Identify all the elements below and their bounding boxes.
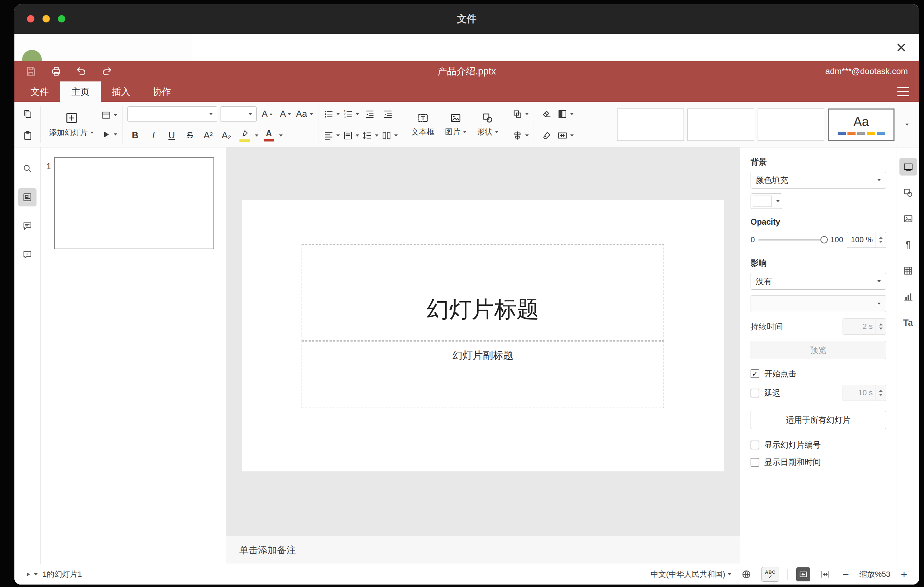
bold-button[interactable]: B <box>127 127 143 144</box>
italic-button[interactable]: I <box>146 127 161 144</box>
redo-button[interactable] <box>99 64 114 79</box>
theme-option-3[interactable] <box>757 109 824 141</box>
menu-button[interactable] <box>897 81 909 102</box>
save-button[interactable] <box>23 64 38 79</box>
paragraph-settings-button[interactable]: ¶ <box>899 236 917 254</box>
bullet-list-button[interactable] <box>323 106 340 123</box>
language-selector[interactable]: 中文(中华人民共和国) <box>650 569 731 580</box>
tab-collaboration[interactable]: 协作 <box>142 81 182 102</box>
apply-to-all-button[interactable]: 适用于所有幻灯片 <box>751 411 886 429</box>
delay-checkbox[interactable] <box>751 389 759 397</box>
copy-button[interactable] <box>20 106 35 123</box>
theme-option-1[interactable] <box>617 109 684 141</box>
decrease-font-button[interactable]: A <box>278 106 293 123</box>
fit-width-button[interactable] <box>819 568 832 581</box>
chart-settings-button[interactable] <box>899 288 917 305</box>
highlight-color-button[interactable] <box>237 127 258 144</box>
slide-thumbnail[interactable] <box>54 157 214 249</box>
align-objects-button[interactable] <box>512 127 529 144</box>
feedback-button[interactable] <box>18 246 36 264</box>
title-placeholder[interactable]: 幻灯片标题 <box>302 244 664 341</box>
language-label: 中文(中华人民共和国) <box>650 569 725 580</box>
opacity-spinbox[interactable]: 100 % <box>847 232 886 248</box>
preview-button[interactable]: 预览 <box>751 341 886 359</box>
image-icon <box>450 112 462 124</box>
paste-button[interactable] <box>20 127 35 144</box>
notes-area[interactable]: 单击添加备注 <box>226 536 740 564</box>
traffic-light-close[interactable] <box>27 15 35 23</box>
subscript-button[interactable]: A₂ <box>219 127 234 144</box>
clear-style-button[interactable] <box>539 106 554 123</box>
slide-settings-button[interactable] <box>899 158 917 176</box>
theme-option-selected[interactable]: Aa <box>828 109 894 141</box>
slide-size-button[interactable] <box>557 127 574 144</box>
traffic-light-zoom[interactable] <box>58 15 65 23</box>
traffic-light-minimize[interactable] <box>43 15 50 23</box>
font-name-combo[interactable] <box>127 106 217 122</box>
slides-group: 添加幻灯片 <box>46 104 117 145</box>
horizontal-align-button[interactable] <box>323 127 340 144</box>
arrange-objects-button[interactable] <box>512 106 529 123</box>
slide-layout-button[interactable] <box>101 106 117 124</box>
tab-insert[interactable]: 插入 <box>101 81 142 102</box>
start-on-click-checkbox[interactable]: ✓ <box>751 369 759 378</box>
shape-settings-button[interactable] <box>899 184 917 201</box>
document-language-button[interactable] <box>740 568 753 581</box>
copy-style-button[interactable] <box>539 127 554 144</box>
insert-image-button[interactable]: 图片 <box>442 105 470 145</box>
font-color-button[interactable]: A <box>261 127 282 144</box>
duration-spinbox[interactable]: 2 s <box>843 318 886 335</box>
search-button[interactable] <box>18 159 36 178</box>
theme-gallery-expand-button[interactable] <box>898 109 914 141</box>
delay-spinbox[interactable]: 10 s <box>843 385 886 401</box>
opacity-spin-arrows[interactable] <box>876 232 886 247</box>
superscript-button[interactable]: A² <box>200 127 216 144</box>
add-slide-button[interactable]: 添加幻灯片 <box>46 105 97 145</box>
spellcheck-button[interactable]: ABC✓ <box>761 567 779 582</box>
print-button[interactable] <box>49 64 64 79</box>
table-settings-button[interactable] <box>899 262 917 279</box>
image-settings-button[interactable] <box>899 210 917 228</box>
slides-panel-button[interactable] <box>18 188 36 206</box>
increase-font-button[interactable]: A <box>259 106 275 123</box>
fill-color-picker[interactable] <box>751 193 782 209</box>
decrease-indent-button[interactable] <box>362 106 378 123</box>
tab-file[interactable]: 文件 <box>19 81 60 102</box>
color-scheme-button[interactable] <box>557 106 574 123</box>
duration-spin-arrows[interactable] <box>876 319 886 334</box>
change-case-button[interactable]: Aa <box>296 106 313 123</box>
insert-shape-button[interactable]: 形状 <box>474 105 502 145</box>
zoom-out-button[interactable]: − <box>840 568 851 581</box>
insert-textbox-button[interactable]: 文本框 <box>408 105 438 145</box>
show-date-time-checkbox[interactable] <box>751 458 759 467</box>
vertical-align-button[interactable] <box>343 127 359 144</box>
tab-home[interactable]: 主页 <box>60 81 101 102</box>
start-slideshow-status-button[interactable] <box>24 568 38 581</box>
fit-slide-button[interactable] <box>796 567 810 581</box>
numbered-list-button[interactable] <box>343 106 359 123</box>
delay-spin-arrows[interactable] <box>876 385 886 401</box>
opacity-slider-knob[interactable] <box>820 236 828 244</box>
effect-sub-select[interactable] <box>751 295 886 312</box>
text-art-settings-button[interactable]: Ta <box>899 314 917 331</box>
chevron-down-icon <box>495 131 498 133</box>
slide-canvas[interactable]: 幻灯片标题 幻灯片副标题 <box>241 200 724 472</box>
underline-button[interactable]: U <box>164 127 180 144</box>
start-slideshow-button[interactable] <box>101 126 117 143</box>
fill-type-select[interactable]: 颜色填充 <box>751 171 886 188</box>
undo-button[interactable] <box>74 64 89 79</box>
chevron-down-icon <box>525 134 529 137</box>
strikethrough-button[interactable]: S <box>182 127 198 144</box>
close-icon[interactable]: × <box>896 36 906 58</box>
zoom-in-button[interactable]: + <box>899 568 909 581</box>
subtitle-placeholder[interactable]: 幻灯片副标题 <box>302 341 664 408</box>
columns-button[interactable] <box>381 127 398 144</box>
increase-indent-button[interactable] <box>380 106 396 123</box>
theme-option-2[interactable] <box>687 109 754 141</box>
opacity-slider-track[interactable] <box>758 239 827 241</box>
effect-select[interactable]: 没有 <box>751 273 886 290</box>
line-spacing-button[interactable] <box>362 127 378 144</box>
show-slide-number-checkbox[interactable] <box>751 440 759 449</box>
comments-button[interactable] <box>18 217 36 235</box>
font-size-combo[interactable] <box>220 106 257 122</box>
